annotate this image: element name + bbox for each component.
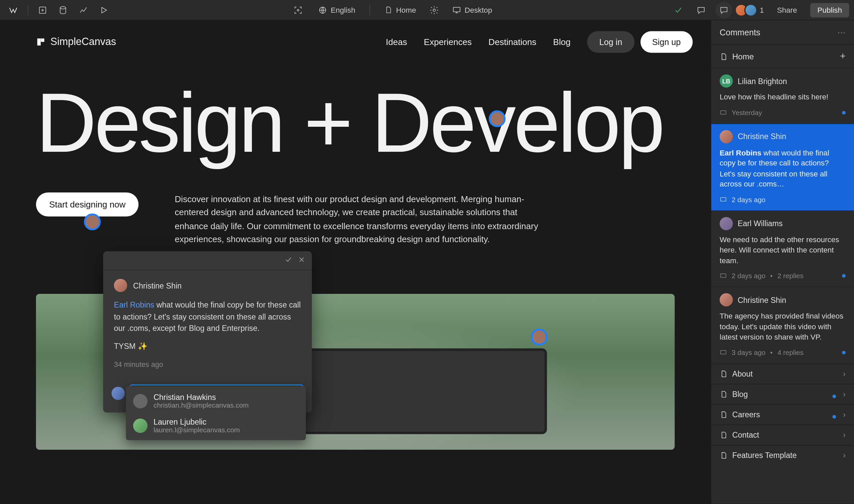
page-row-features[interactable]: Features Template›: [711, 445, 854, 465]
site-navbar: SimpleCanvas Ideas Experiences Destinati…: [0, 20, 711, 59]
collaborator-count: 1: [760, 6, 764, 14]
share-button[interactable]: Share: [770, 3, 804, 17]
comment-card[interactable]: Christine Shin The agency has provided f…: [711, 287, 854, 363]
hero-description: Discover innovation at its finest with o…: [175, 193, 547, 247]
mention[interactable]: Earl Robins: [114, 301, 155, 309]
analytics-icon[interactable]: [75, 1, 92, 18]
brand-name: SimpleCanvas: [50, 36, 116, 48]
svg-rect-8: [721, 110, 726, 114]
comment-author: Christine Shin: [133, 281, 182, 290]
device-icon: [720, 272, 727, 280]
login-button[interactable]: Log in: [587, 31, 635, 53]
device-icon: [720, 109, 727, 116]
check-icon[interactable]: [670, 1, 687, 18]
comment-timestamp: 34 minutes ago: [114, 360, 301, 368]
avatar: [133, 394, 147, 408]
comment-body: Earl Robins what would the final copy be…: [114, 299, 301, 352]
comment-card[interactable]: Earl Williams We need to add the other r…: [711, 210, 854, 287]
site-brand[interactable]: SimpleCanvas: [36, 36, 116, 48]
hero-headline: Design + Develop: [36, 83, 675, 162]
brand-icon: [36, 37, 46, 47]
collaborator-cursor: [489, 110, 505, 127]
page-icon: [720, 52, 727, 60]
signup-button[interactable]: Sign up: [640, 31, 693, 53]
svg-rect-9: [721, 197, 726, 201]
page-name: Home: [732, 52, 754, 61]
page-home[interactable]: Home: [385, 6, 416, 14]
cms-icon[interactable]: [55, 1, 71, 18]
panel-title: Comments: [720, 28, 760, 37]
avatar: [720, 217, 733, 230]
breakpoint-label: Desktop: [465, 6, 492, 14]
play-icon[interactable]: [95, 1, 112, 18]
unread-indicator: [842, 111, 846, 114]
avatar: [111, 387, 125, 400]
svg-rect-6: [38, 39, 40, 45]
settings-icon[interactable]: [428, 1, 440, 18]
svg-rect-11: [721, 350, 726, 354]
panel-menu-icon[interactable]: ⋯: [837, 28, 846, 37]
publish-button[interactable]: Publish: [810, 3, 849, 17]
unread-indicator: [842, 274, 846, 278]
design-canvas[interactable]: SimpleCanvas Ideas Experiences Destinati…: [0, 20, 711, 504]
collaborator-avatars[interactable]: 1: [738, 3, 764, 17]
svg-rect-10: [721, 274, 726, 277]
comment-card-active[interactable]: Christine Shin Earl Robins what would th…: [711, 123, 854, 210]
resolve-icon[interactable]: [284, 255, 293, 266]
language-label: English: [331, 6, 355, 14]
comment-card[interactable]: LBLilian Brighton Love how this headline…: [711, 68, 854, 123]
comments-panel: Comments ⋯ Home + LBLilian Brighton Love…: [711, 20, 854, 504]
cta-button[interactable]: Start designing now: [36, 193, 139, 216]
nav-destinations[interactable]: Destinations: [488, 37, 536, 47]
add-element-icon[interactable]: [34, 1, 51, 18]
collaborator-cursor: [84, 214, 101, 230]
mention-option[interactable]: Lauren Ljubeliclauren.l@simplecanvas.com: [126, 413, 306, 438]
mention-option[interactable]: Christian Hawkinschristian.h@simplecanva…: [126, 389, 306, 413]
add-comment-icon[interactable]: +: [840, 51, 846, 62]
comments-icon[interactable]: [715, 1, 732, 18]
nav-ideas[interactable]: Ideas: [386, 37, 407, 47]
svg-point-4: [433, 9, 435, 11]
close-icon[interactable]: [297, 255, 306, 266]
webflow-logo-icon[interactable]: [5, 1, 21, 18]
collaborator-cursor: [531, 328, 547, 345]
mention-autocomplete: Christian Hawkinschristian.h@simplecanva…: [126, 386, 306, 440]
device-icon: [720, 196, 727, 203]
page-row-about[interactable]: About›: [711, 363, 854, 383]
page-row-blog[interactable]: Blog›: [711, 383, 854, 404]
comment-mode-icon[interactable]: [693, 1, 709, 18]
language-selector[interactable]: English: [319, 6, 355, 14]
avatar: [133, 418, 147, 433]
page-row-careers[interactable]: Careers›: [711, 404, 854, 424]
avatar: LB: [720, 74, 733, 88]
avatar: [720, 130, 733, 143]
app-toolbar: English Home Desktop 1 Share Publish: [0, 0, 854, 20]
device-icon: [720, 348, 727, 356]
svg-point-2: [297, 9, 299, 11]
breakpoint-desktop[interactable]: Desktop: [452, 5, 492, 14]
focus-icon[interactable]: [290, 1, 307, 18]
svg-point-1: [60, 6, 66, 9]
nav-blog[interactable]: Blog: [553, 37, 570, 47]
avatar: [114, 279, 127, 292]
page-row-contact[interactable]: Contact›: [711, 424, 854, 445]
avatar: [720, 293, 733, 307]
page-home-label: Home: [396, 6, 416, 14]
unread-indicator: [842, 350, 846, 354]
svg-rect-5: [453, 7, 460, 12]
nav-experiences[interactable]: Experiences: [424, 37, 472, 47]
svg-rect-7: [41, 39, 44, 41]
